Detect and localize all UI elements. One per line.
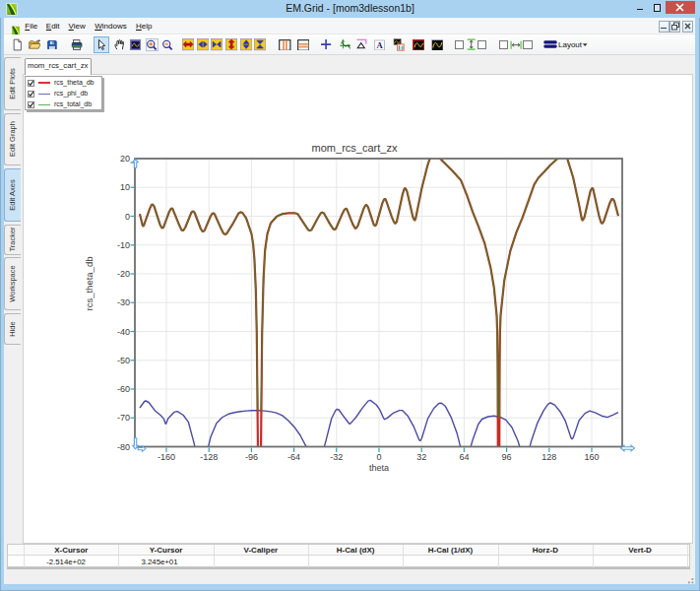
svg-text:-96: -96 <box>245 452 258 462</box>
svg-text:32: 32 <box>416 452 426 462</box>
svg-text:96: 96 <box>502 452 512 462</box>
svg-text:128: 128 <box>541 452 556 462</box>
svg-text:-32: -32 <box>330 452 343 462</box>
svg-text:20: 20 <box>120 154 130 164</box>
svg-text:160: 160 <box>584 452 599 462</box>
svg-text:10: 10 <box>120 182 130 192</box>
svg-text:-60: -60 <box>117 384 130 394</box>
svg-text:-50: -50 <box>117 356 130 365</box>
svg-text:0: 0 <box>376 452 381 462</box>
svg-text:-160: -160 <box>158 452 175 462</box>
svg-text:-64: -64 <box>287 452 300 462</box>
svg-text:-40: -40 <box>117 327 130 337</box>
svg-text:mom_rcs_cart_zx: mom_rcs_cart_zx <box>312 142 398 154</box>
svg-text:0: 0 <box>125 212 130 222</box>
svg-text:-70: -70 <box>117 413 130 423</box>
svg-text:theta: theta <box>369 463 389 473</box>
svg-text:-80: -80 <box>117 442 130 452</box>
svg-text:-20: -20 <box>117 269 130 279</box>
svg-text:64: 64 <box>459 452 469 462</box>
svg-text:-30: -30 <box>117 297 130 307</box>
svg-text:rcs_theta_db: rcs_theta_db <box>84 257 95 311</box>
svg-text:-128: -128 <box>200 452 218 462</box>
svg-text:-10: -10 <box>117 240 130 250</box>
